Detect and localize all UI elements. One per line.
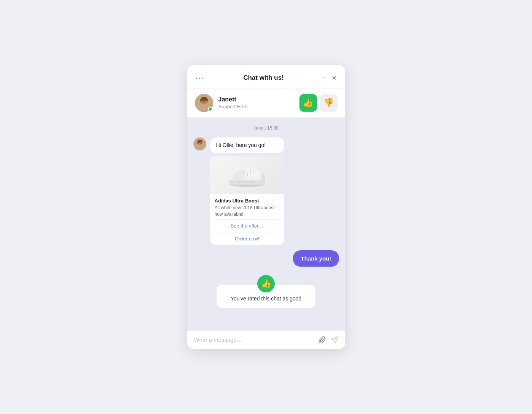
product-actions: See the offer… Order now!: [210, 219, 284, 245]
agent-message-avatar: [193, 137, 206, 150]
order-now-link[interactable]: Order now!: [210, 232, 284, 245]
svg-rect-19: [241, 181, 244, 183]
see-offer-link[interactable]: See the offer…: [210, 220, 284, 232]
svg-rect-22: [252, 181, 255, 183]
message-timestamp: Janett 15:38: [193, 125, 339, 131]
rating-notification: 👍 You've rated this chat as good: [193, 275, 339, 308]
product-image: [210, 156, 284, 194]
rating-icon-circle: 👍: [257, 275, 275, 292]
thumbs-up-icon: 👍: [303, 98, 313, 108]
more-options-button[interactable]: ···: [196, 73, 205, 83]
chat-footer: [187, 330, 345, 349]
product-description: All white new 2018 Ultraboost now availa…: [215, 205, 280, 218]
svg-rect-21: [249, 181, 252, 183]
product-card: Adidas Ultra Boost All white new 2018 Ul…: [210, 156, 284, 245]
svg-point-6: [195, 145, 205, 150]
rating-thumbs-up-icon: 👍: [261, 279, 271, 289]
product-name: Adidas Ultra Boost: [215, 198, 280, 204]
agent-message-group: Hi Ollie, here you go!: [193, 137, 339, 245]
svg-rect-18: [237, 181, 240, 183]
minimize-button[interactable]: −: [322, 74, 327, 82]
agent-avatar-wrapper: [195, 94, 213, 112]
agent-name: Janett: [218, 96, 294, 103]
close-button[interactable]: ×: [332, 74, 337, 82]
send-icon: [331, 336, 338, 344]
attach-button[interactable]: [318, 336, 326, 344]
send-button[interactable]: [331, 336, 338, 344]
chat-window: ··· Chat with us! − ×: [187, 65, 345, 349]
thumbs-down-icon: 👎: [323, 98, 334, 108]
chat-header: ··· Chat with us! − ×: [187, 65, 345, 88]
agent-bar: Janett Support Hero 👍 👎: [187, 88, 345, 118]
agent-info: Janett Support Hero: [218, 96, 294, 109]
agent-role: Support Hero: [218, 104, 294, 109]
svg-rect-20: [245, 181, 248, 183]
paperclip-icon: [318, 336, 326, 344]
thumbs-up-button[interactable]: 👍: [299, 94, 317, 112]
product-info: Adidas Ultra Boost All white new 2018 Ul…: [210, 194, 284, 219]
user-bubble: Thank you!: [293, 250, 339, 267]
rating-text: You've rated this chat as good: [231, 295, 302, 302]
online-indicator: [208, 107, 212, 111]
greeting-bubble: Hi Ollie, here you go!: [210, 137, 284, 153]
rating-buttons: 👍 👎: [299, 94, 337, 112]
thumbs-down-button[interactable]: 👎: [320, 94, 337, 112]
window-controls: − ×: [322, 74, 336, 82]
chat-title: Chat with us!: [243, 74, 284, 82]
agent-messages-column: Hi Ollie, here you go!: [210, 137, 284, 245]
messages-area: Janett 15:38 Hi Ollie, here you go!: [187, 118, 345, 330]
user-message-group: Thank you!: [193, 250, 339, 267]
message-input[interactable]: [194, 337, 314, 343]
